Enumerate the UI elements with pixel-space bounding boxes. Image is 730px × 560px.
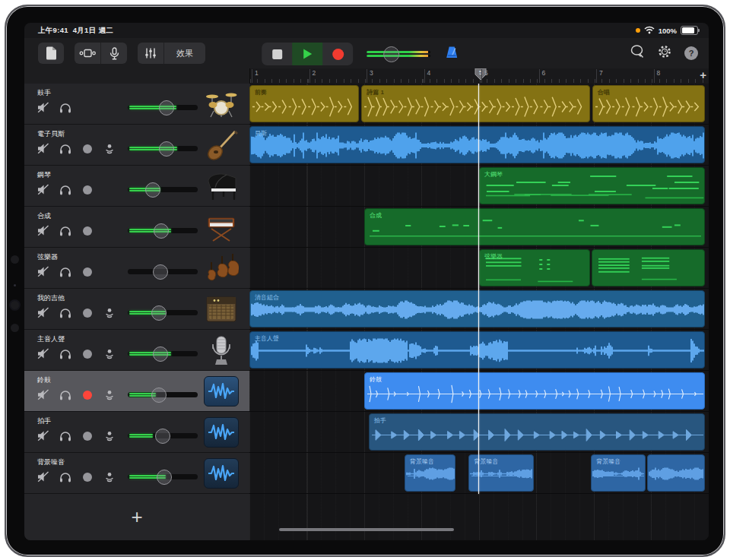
bass-instrument-icon[interactable]	[204, 130, 239, 160]
mute-icon[interactable]	[32, 102, 54, 113]
record-enable-icon[interactable]	[76, 226, 98, 236]
track-volume-slider[interactable]	[128, 351, 198, 356]
region-合唱[interactable]: 合唱	[592, 85, 705, 122]
track-volume-knob[interactable]	[151, 388, 167, 403]
track-header-6[interactable]: 我的吉他	[24, 289, 249, 330]
mute-icon[interactable]	[32, 430, 54, 441]
input-monitor-icon[interactable]	[98, 431, 120, 441]
track-volume-knob[interactable]	[157, 470, 172, 485]
loop-browser-icon[interactable]	[630, 44, 645, 62]
track-lane-8[interactable]: 鈴鼓	[249, 371, 709, 412]
extend-song-button[interactable]: +	[700, 68, 706, 81]
audio-wave-instrument-icon[interactable]	[204, 376, 239, 407]
track-volume-knob[interactable]	[159, 141, 174, 157]
record-enable-icon[interactable]	[76, 308, 98, 318]
track-header-2[interactable]: 電子貝斯	[24, 125, 249, 166]
track-header-8[interactable]: 鈴鼓	[24, 371, 249, 412]
audio-wave-instrument-icon[interactable]	[204, 458, 239, 489]
track-volume-knob[interactable]	[155, 429, 170, 444]
mute-icon[interactable]	[32, 471, 54, 482]
record-enable-icon[interactable]	[76, 267, 98, 277]
track-regions-view-button[interactable]	[75, 43, 100, 64]
headphones-solo-icon[interactable]	[54, 390, 76, 400]
track-header-9[interactable]: 拍手	[24, 412, 249, 453]
track-lane-7[interactable]: 主音人聲	[249, 330, 709, 371]
region-貝斯[interactable]: 貝斯	[249, 126, 705, 163]
play-button[interactable]	[292, 43, 322, 65]
track-volume-knob[interactable]	[159, 100, 174, 115]
region-鈴鼓[interactable]: 鈴鼓	[364, 372, 705, 410]
track-header-5[interactable]: 弦樂器	[24, 248, 249, 289]
track-volume-slider[interactable]	[128, 310, 198, 315]
track-volume-slider[interactable]	[128, 433, 198, 438]
audio-wave-instrument-icon[interactable]	[204, 417, 239, 448]
mute-icon[interactable]	[32, 143, 54, 154]
region-清音組合[interactable]: 清音組合	[249, 290, 705, 327]
piano-instrument-icon[interactable]	[204, 171, 239, 201]
input-monitor-icon[interactable]	[98, 472, 120, 482]
track-volume-knob[interactable]	[153, 346, 168, 362]
settings-gear-icon[interactable]	[657, 44, 672, 62]
region-part[interactable]	[647, 454, 705, 492]
track-lane-4[interactable]: 合成	[249, 207, 709, 248]
region-詩篇 1[interactable]: 詩篇 1	[361, 85, 590, 122]
headphones-solo-icon[interactable]	[54, 472, 76, 482]
mute-icon[interactable]	[32, 307, 54, 318]
help-button[interactable]: ?	[684, 46, 698, 60]
ruler[interactable]: + 5 12345678	[24, 68, 709, 84]
track-volume-slider[interactable]	[128, 269, 198, 274]
track-volume-knob[interactable]	[145, 182, 160, 198]
region-主音人聲[interactable]: 主音人聲	[249, 331, 705, 369]
record-enable-icon[interactable]	[76, 473, 98, 482]
playhead-line[interactable]	[478, 84, 479, 494]
headphones-solo-icon[interactable]	[54, 185, 76, 195]
drums-instrument-icon[interactable]	[204, 89, 239, 119]
track-volume-slider[interactable]	[128, 392, 198, 397]
record-enable-icon[interactable]	[76, 144, 98, 153]
track-lane-10[interactable]: 背景噪音背景噪音背景噪音	[249, 453, 709, 494]
input-monitor-icon[interactable]	[98, 308, 120, 318]
track-header-3[interactable]: 鋼琴	[24, 166, 249, 207]
mute-icon[interactable]	[32, 184, 54, 195]
headphones-solo-icon[interactable]	[54, 144, 76, 154]
track-volume-slider[interactable]	[128, 474, 198, 479]
track-lane-1[interactable]: 前奏詩篇 1合唱	[249, 84, 709, 125]
track-volume-slider[interactable]	[128, 187, 198, 192]
track-header-7[interactable]: 主音人聲	[24, 330, 249, 371]
headphones-solo-icon[interactable]	[54, 103, 76, 113]
master-volume-knob[interactable]	[383, 46, 399, 62]
mute-icon[interactable]	[32, 389, 54, 400]
tracks-timeline[interactable]: 前奏詩篇 1合唱貝斯大鋼琴合成弦樂器清音組合主音人聲鈴鼓拍手背景噪音背景噪音背景…	[249, 84, 709, 540]
region-拍手[interactable]: 拍手	[369, 413, 705, 451]
strings-instrument-icon[interactable]	[204, 253, 239, 283]
track-volume-knob[interactable]	[153, 264, 168, 280]
effects-button[interactable]: 效果	[163, 43, 205, 64]
track-volume-slider[interactable]	[128, 146, 198, 151]
input-monitor-icon[interactable]	[98, 390, 120, 400]
region-前奏[interactable]: 前奏	[249, 85, 359, 122]
region-合成[interactable]: 合成	[364, 208, 705, 245]
record-enable-icon[interactable]	[76, 432, 98, 441]
record-enable-icon-active[interactable]	[76, 391, 98, 400]
add-track-button[interactable]: +	[131, 505, 142, 529]
microphone-input-button[interactable]	[100, 43, 127, 64]
headphones-solo-icon[interactable]	[54, 431, 76, 441]
region-背景噪音[interactable]: 背景噪音	[405, 454, 455, 492]
input-monitor-icon[interactable]	[98, 349, 120, 359]
headphones-solo-icon[interactable]	[54, 308, 76, 318]
region-背景噪音[interactable]: 背景噪音	[591, 454, 646, 492]
headphones-solo-icon[interactable]	[54, 349, 76, 359]
track-lane-5[interactable]: 弦樂器	[249, 248, 709, 289]
fx-sliders-button[interactable]	[138, 43, 163, 64]
my-songs-button[interactable]	[38, 43, 64, 64]
record-enable-icon[interactable]	[76, 350, 98, 359]
track-header-10[interactable]: 背景噪音	[24, 453, 249, 494]
headphones-solo-icon[interactable]	[54, 226, 76, 236]
stop-button[interactable]	[262, 43, 292, 65]
region-part[interactable]	[592, 249, 705, 286]
headphones-solo-icon[interactable]	[54, 267, 76, 277]
track-header-1[interactable]: 鼓手	[24, 84, 249, 125]
metronome-icon[interactable]	[444, 45, 459, 63]
track-volume-slider[interactable]	[128, 228, 198, 233]
record-enable-icon[interactable]	[76, 185, 98, 195]
